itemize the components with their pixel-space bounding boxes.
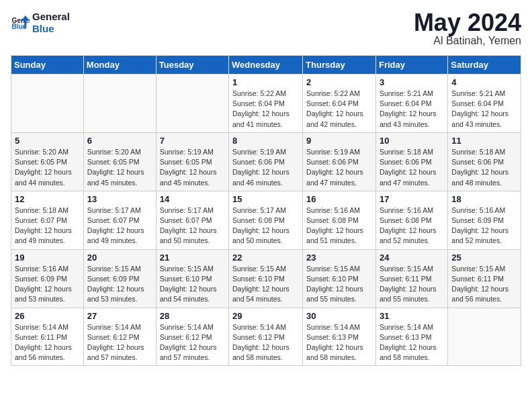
- calendar-cell: [11, 75, 84, 133]
- header-sunday: Sunday: [11, 56, 84, 75]
- cell-info: Sunrise: 5:15 AM Sunset: 6:10 PM Dayligh…: [160, 264, 225, 305]
- cell-info: Sunrise: 5:22 AM Sunset: 6:04 PM Dayligh…: [232, 89, 299, 130]
- calendar-subtitle: Al Batinah, Yemen: [414, 35, 521, 47]
- cell-info: Sunrise: 5:20 AM Sunset: 6:05 PM Dayligh…: [15, 147, 80, 188]
- calendar-cell: 1Sunrise: 5:22 AM Sunset: 6:04 PM Daylig…: [229, 75, 303, 133]
- calendar-cell: 31Sunrise: 5:14 AM Sunset: 6:13 PM Dayli…: [375, 308, 447, 366]
- day-number: 29: [232, 311, 299, 321]
- header-wednesday: Wednesday: [229, 56, 303, 75]
- calendar-week-1: 5Sunrise: 5:20 AM Sunset: 6:05 PM Daylig…: [11, 132, 521, 191]
- day-number: 28: [160, 311, 225, 321]
- calendar-cell: 7Sunrise: 5:19 AM Sunset: 6:05 PM Daylig…: [156, 132, 228, 191]
- day-number: 25: [451, 253, 517, 263]
- calendar-cell: 28Sunrise: 5:14 AM Sunset: 6:12 PM Dayli…: [156, 308, 228, 366]
- day-number: 16: [306, 194, 372, 204]
- cell-info: Sunrise: 5:14 AM Sunset: 6:12 PM Dayligh…: [232, 322, 299, 363]
- calendar-title: May 2024: [414, 11, 521, 35]
- cell-info: Sunrise: 5:16 AM Sunset: 6:09 PM Dayligh…: [15, 264, 80, 305]
- day-number: 2: [306, 77, 372, 87]
- day-number: 21: [160, 253, 225, 263]
- cell-info: Sunrise: 5:16 AM Sunset: 6:09 PM Dayligh…: [451, 205, 517, 246]
- logo-blue: Blue: [32, 23, 70, 35]
- cell-info: Sunrise: 5:19 AM Sunset: 6:06 PM Dayligh…: [306, 147, 372, 188]
- day-number: 30: [306, 311, 372, 321]
- cell-info: Sunrise: 5:14 AM Sunset: 6:13 PM Dayligh…: [380, 322, 444, 363]
- calendar-cell: [448, 308, 521, 366]
- logo-icon: General Blue: [11, 13, 30, 32]
- cell-info: Sunrise: 5:14 AM Sunset: 6:13 PM Dayligh…: [306, 322, 372, 363]
- day-number: 20: [87, 253, 152, 263]
- calendar-cell: 27Sunrise: 5:14 AM Sunset: 6:12 PM Dayli…: [83, 308, 156, 366]
- header-friday: Friday: [375, 56, 447, 75]
- header: General Blue General Blue May 2024 Al Ba…: [11, 11, 521, 47]
- day-number: 23: [306, 253, 372, 263]
- calendar-cell: 21Sunrise: 5:15 AM Sunset: 6:10 PM Dayli…: [156, 249, 228, 308]
- calendar-cell: 20Sunrise: 5:15 AM Sunset: 6:09 PM Dayli…: [83, 249, 156, 308]
- calendar-cell: 22Sunrise: 5:15 AM Sunset: 6:10 PM Dayli…: [229, 249, 303, 308]
- day-number: 19: [15, 253, 80, 263]
- cell-info: Sunrise: 5:14 AM Sunset: 6:12 PM Dayligh…: [87, 322, 152, 363]
- day-number: 22: [232, 253, 299, 263]
- calendar-cell: 30Sunrise: 5:14 AM Sunset: 6:13 PM Dayli…: [303, 308, 376, 366]
- cell-info: Sunrise: 5:18 AM Sunset: 6:06 PM Dayligh…: [380, 147, 444, 188]
- day-number: 8: [232, 136, 299, 146]
- calendar-cell: 9Sunrise: 5:19 AM Sunset: 6:06 PM Daylig…: [303, 132, 376, 191]
- day-number: 18: [451, 194, 517, 204]
- cell-info: Sunrise: 5:15 AM Sunset: 6:11 PM Dayligh…: [380, 264, 444, 305]
- header-tuesday: Tuesday: [156, 56, 228, 75]
- calendar-week-0: 1Sunrise: 5:22 AM Sunset: 6:04 PM Daylig…: [11, 75, 521, 133]
- calendar-cell: [156, 75, 228, 133]
- logo: General Blue General Blue: [11, 11, 70, 35]
- day-number: 9: [306, 136, 372, 146]
- calendar-cell: 17Sunrise: 5:16 AM Sunset: 6:08 PM Dayli…: [375, 191, 447, 249]
- cell-info: Sunrise: 5:21 AM Sunset: 6:04 PM Dayligh…: [451, 89, 517, 130]
- calendar-cell: 8Sunrise: 5:19 AM Sunset: 6:06 PM Daylig…: [229, 132, 303, 191]
- day-number: 3: [380, 77, 444, 87]
- calendar-cell: 13Sunrise: 5:17 AM Sunset: 6:07 PM Dayli…: [83, 191, 156, 249]
- day-number: 26: [15, 311, 80, 321]
- calendar-cell: 6Sunrise: 5:20 AM Sunset: 6:05 PM Daylig…: [83, 132, 156, 191]
- day-number: 31: [380, 311, 444, 321]
- cell-info: Sunrise: 5:15 AM Sunset: 6:09 PM Dayligh…: [87, 264, 152, 305]
- cell-info: Sunrise: 5:15 AM Sunset: 6:10 PM Dayligh…: [306, 264, 372, 305]
- calendar-cell: 5Sunrise: 5:20 AM Sunset: 6:05 PM Daylig…: [11, 132, 84, 191]
- calendar-cell: 16Sunrise: 5:16 AM Sunset: 6:08 PM Dayli…: [303, 191, 376, 249]
- cell-info: Sunrise: 5:14 AM Sunset: 6:12 PM Dayligh…: [160, 322, 225, 363]
- calendar-cell: 14Sunrise: 5:17 AM Sunset: 6:07 PM Dayli…: [156, 191, 228, 249]
- calendar-cell: 15Sunrise: 5:17 AM Sunset: 6:08 PM Dayli…: [229, 191, 303, 249]
- calendar-cell: 11Sunrise: 5:18 AM Sunset: 6:06 PM Dayli…: [448, 132, 521, 191]
- calendar-cell: [83, 75, 156, 133]
- cell-info: Sunrise: 5:20 AM Sunset: 6:05 PM Dayligh…: [87, 147, 152, 188]
- day-number: 10: [380, 136, 444, 146]
- calendar-cell: 25Sunrise: 5:15 AM Sunset: 6:11 PM Dayli…: [448, 249, 521, 308]
- cell-info: Sunrise: 5:16 AM Sunset: 6:08 PM Dayligh…: [380, 205, 444, 246]
- calendar-table: SundayMondayTuesdayWednesdayThursdayFrid…: [11, 55, 521, 366]
- day-number: 15: [232, 194, 299, 204]
- cell-info: Sunrise: 5:22 AM Sunset: 6:04 PM Dayligh…: [306, 89, 372, 130]
- day-number: 27: [87, 311, 152, 321]
- header-saturday: Saturday: [448, 56, 521, 75]
- cell-info: Sunrise: 5:17 AM Sunset: 6:07 PM Dayligh…: [160, 205, 225, 246]
- day-number: 4: [451, 77, 517, 87]
- day-number: 24: [380, 253, 444, 263]
- day-number: 5: [15, 136, 80, 146]
- calendar-cell: 10Sunrise: 5:18 AM Sunset: 6:06 PM Dayli…: [375, 132, 447, 191]
- calendar-week-2: 12Sunrise: 5:18 AM Sunset: 6:07 PM Dayli…: [11, 191, 521, 249]
- calendar-cell: 24Sunrise: 5:15 AM Sunset: 6:11 PM Dayli…: [375, 249, 447, 308]
- calendar-cell: 26Sunrise: 5:14 AM Sunset: 6:11 PM Dayli…: [11, 308, 84, 366]
- cell-info: Sunrise: 5:15 AM Sunset: 6:11 PM Dayligh…: [451, 264, 517, 305]
- cell-info: Sunrise: 5:17 AM Sunset: 6:08 PM Dayligh…: [232, 205, 299, 246]
- cell-info: Sunrise: 5:14 AM Sunset: 6:11 PM Dayligh…: [15, 322, 80, 363]
- logo-general: General: [32, 11, 70, 23]
- day-number: 12: [15, 194, 80, 204]
- calendar-cell: 12Sunrise: 5:18 AM Sunset: 6:07 PM Dayli…: [11, 191, 84, 249]
- calendar-cell: 4Sunrise: 5:21 AM Sunset: 6:04 PM Daylig…: [448, 75, 521, 133]
- calendar-week-4: 26Sunrise: 5:14 AM Sunset: 6:11 PM Dayli…: [11, 308, 521, 366]
- day-number: 17: [380, 194, 444, 204]
- calendar-cell: 23Sunrise: 5:15 AM Sunset: 6:10 PM Dayli…: [303, 249, 376, 308]
- cell-info: Sunrise: 5:18 AM Sunset: 6:06 PM Dayligh…: [451, 147, 517, 188]
- cell-info: Sunrise: 5:15 AM Sunset: 6:10 PM Dayligh…: [232, 264, 299, 305]
- calendar-cell: 2Sunrise: 5:22 AM Sunset: 6:04 PM Daylig…: [303, 75, 376, 133]
- cell-info: Sunrise: 5:21 AM Sunset: 6:04 PM Dayligh…: [380, 89, 444, 130]
- cell-info: Sunrise: 5:19 AM Sunset: 6:06 PM Dayligh…: [232, 147, 299, 188]
